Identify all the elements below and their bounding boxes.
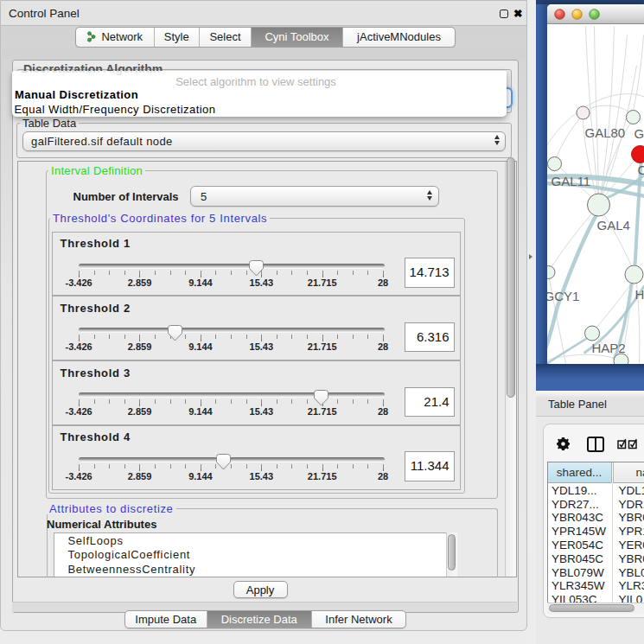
svg-text:GCY1: GCY1 [547,288,579,303]
svg-text:C: C [637,162,644,176]
svg-text:HAP2: HAP2 [591,340,625,354]
svg-text:GAL4: GAL4 [596,217,629,232]
svg-text:GAL80: GAL80 [584,124,625,139]
svg-text:H: H [634,286,644,301]
svg-text:GA: GA [634,125,644,140]
svg-text:GAL11: GAL11 [551,173,590,188]
